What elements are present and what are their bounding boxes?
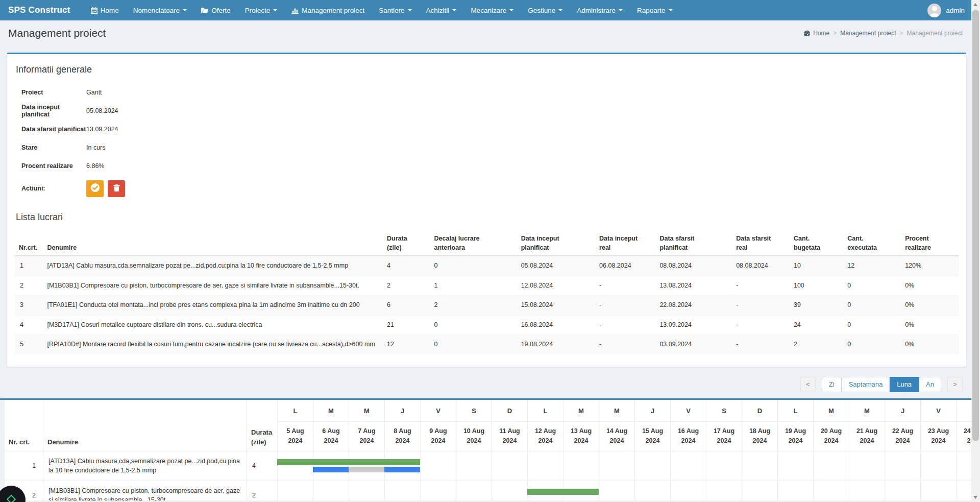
gantt-day-cell xyxy=(671,451,706,481)
gantt-bar-actual-segment[interactable] xyxy=(313,467,349,472)
top-navbar: SPS Construct HomeNomenclatoareOfertePro… xyxy=(0,0,980,20)
info-field-label: Procent realizare xyxy=(21,162,86,170)
vertical-scrollbar[interactable] xyxy=(971,0,980,502)
works-cell: 21 xyxy=(383,315,430,335)
works-cell: 16.08.2024 xyxy=(517,315,595,335)
works-column-header: Denumire xyxy=(43,231,383,256)
delete-button[interactable] xyxy=(108,180,125,197)
works-cell: 08.08.2024 xyxy=(655,256,732,276)
gantt-view-luna[interactable]: Luna xyxy=(890,377,919,392)
works-cell: 0 xyxy=(843,276,901,296)
works-cell: 0 xyxy=(430,315,517,335)
works-cell: 5 xyxy=(15,335,43,354)
gantt-day-cell xyxy=(814,481,849,500)
gantt-day-of-week: V xyxy=(421,400,456,421)
gantt-day-cell xyxy=(885,451,921,481)
works-cell: - xyxy=(595,335,655,354)
scroll-down-arrow-icon[interactable] xyxy=(973,496,977,499)
breadcrumb-item-home[interactable]: Home xyxy=(803,30,829,37)
page-header: Management proiect Home>Management proie… xyxy=(0,20,980,45)
breadcrumb-label: Management proiect xyxy=(840,30,896,37)
gantt-day-cell xyxy=(278,451,313,481)
table-row: 2[M1B03B1] Compresoare cu piston, turboc… xyxy=(15,276,959,296)
gantt-day-date: 13 Aug2024 xyxy=(564,421,599,451)
breadcrumb-separator: > xyxy=(900,30,903,37)
confirm-button[interactable] xyxy=(86,180,104,197)
gantt-day-date-line: 15 Aug xyxy=(635,426,670,436)
gantt-bar-planned-segment[interactable] xyxy=(527,489,599,495)
nav-item-label: Management proiect xyxy=(302,7,364,14)
works-cell: 12.08.2024 xyxy=(517,276,595,296)
works-cell: [M3D17A1] Cosuri metalice cuptoare disti… xyxy=(43,315,383,335)
gantt-day-cell xyxy=(528,451,564,481)
breadcrumb-item-management-proiect[interactable]: Management proiect xyxy=(840,30,896,37)
info-field-value: 6.86% xyxy=(86,162,104,170)
gantt-day-cell xyxy=(599,481,635,500)
gantt-view-saptamana[interactable]: Saptamana xyxy=(842,377,890,392)
works-cell: 12 xyxy=(383,335,430,354)
gantt-day-of-week: M xyxy=(849,400,885,421)
gantt-table: Nr. crt.DenumireDurata (zile)LMMJVSDLMMJ… xyxy=(4,400,980,500)
chevron-down-icon xyxy=(558,9,562,11)
gantt-day-cell xyxy=(492,451,528,481)
nav-item-proiecte[interactable]: Proiecte xyxy=(238,0,285,20)
check-icon xyxy=(90,183,100,194)
info-row-procent-realizare: Procent realizare6.86% xyxy=(15,157,959,175)
works-cell: 4 xyxy=(383,256,430,276)
gantt-day-of-week: J xyxy=(885,400,921,421)
gantt-next-button[interactable]: > xyxy=(947,377,963,392)
gantt-day-year-line: 2024 xyxy=(635,436,670,446)
nav-item-home[interactable]: Home xyxy=(84,0,126,20)
gantt-prev-button[interactable]: < xyxy=(800,377,816,392)
nav-item-santiere[interactable]: Santiere xyxy=(372,0,419,20)
nav-item-administrare[interactable]: Administrare xyxy=(570,0,630,20)
works-cell: 22.08.2024 xyxy=(655,296,732,316)
gantt-day-cell xyxy=(671,481,706,500)
gantt-row: 1[ATD13A] Cablu masura,cda,semnalizare p… xyxy=(5,451,980,481)
nav-item-rapoarte[interactable]: Rapoarte xyxy=(630,0,680,20)
gantt-day-date: 12 Aug2024 xyxy=(528,421,564,451)
works-cell: 10 xyxy=(790,256,843,276)
actions-row: Actiuni: xyxy=(15,177,959,200)
works-cell: 13.08.2024 xyxy=(655,276,732,296)
works-cell: - xyxy=(732,315,790,335)
nav-item-nomenclatoare[interactable]: Nomenclatoare xyxy=(126,0,194,20)
gantt-bar-actual-segment[interactable] xyxy=(384,467,420,472)
brand-logo[interactable]: SPS Construct xyxy=(8,0,70,20)
chevron-down-icon xyxy=(452,9,456,11)
gantt-day-cell xyxy=(385,451,421,481)
gantt-day-date-line: 20 Aug xyxy=(814,426,849,436)
nav-item-label: Administrare xyxy=(577,7,616,14)
nav-item-mecanizare[interactable]: Mecanizare xyxy=(463,0,521,20)
scroll-up-arrow-icon[interactable] xyxy=(973,3,977,6)
nav-item-oferte[interactable]: Oferte xyxy=(194,0,238,20)
gantt-cell-durata: 4 xyxy=(247,451,278,481)
gantt-day-of-week: L xyxy=(278,400,313,421)
gantt-day-of-week: L xyxy=(528,400,564,421)
gantt-day-year-line: 2024 xyxy=(885,436,920,446)
gantt-day-date: 10 Aug2024 xyxy=(456,421,492,451)
works-cell: [RPIA10D#] Montare racord flexibil la co… xyxy=(43,335,383,354)
gantt-day-of-week: L xyxy=(778,400,814,421)
nav-item-gestiune[interactable]: Gestiune xyxy=(521,0,570,20)
gantt-day-date-line: 14 Aug xyxy=(599,426,634,436)
info-row-proiect: ProiectGantt xyxy=(15,83,959,102)
gantt-view-an[interactable]: An xyxy=(919,377,941,392)
nav-item-achizitii[interactable]: Achizitii xyxy=(419,0,464,20)
gantt-day-date-line: 21 Aug xyxy=(849,426,885,436)
gantt-day-year-line: 2024 xyxy=(313,436,349,446)
gantt-bar-actual-segment[interactable] xyxy=(349,467,384,472)
gantt-bar-planned-segment[interactable] xyxy=(277,459,420,465)
gantt-day-cell xyxy=(742,481,778,500)
gantt-cell-denumire: [M1B03B1] Compresoare cu piston, turboco… xyxy=(43,481,247,500)
gantt-view-zi[interactable]: Zi xyxy=(822,377,842,392)
diamond-icon xyxy=(7,495,16,502)
nav-item-management-proiect[interactable]: Management proiect xyxy=(284,0,372,20)
scrollbar-thumb[interactable] xyxy=(972,10,979,441)
gantt-day-of-week: S xyxy=(706,400,742,421)
gantt-day-date-line: 18 Aug xyxy=(742,426,777,436)
table-row: 1[ATD13A] Cablu masura,cda,semnalizare p… xyxy=(15,256,959,276)
gantt-day-year-line: 2024 xyxy=(599,436,634,446)
works-cell: 0 xyxy=(430,256,517,276)
gantt-day-date-line: 9 Aug xyxy=(421,426,456,436)
